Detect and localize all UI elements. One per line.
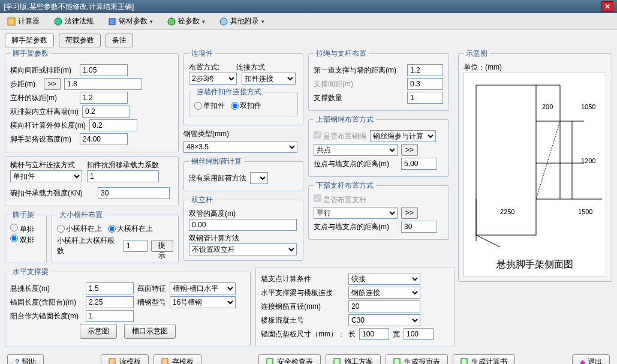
first-input[interactable] [407,64,443,76]
safety-button[interactable]: 安全检查表 [258,354,321,364]
toprope-check: 是否布置钢绳 [314,131,366,142]
topmode-more-button[interactable]: >> [401,144,418,156]
conn-label: 横杆与立杆连接方式 [10,160,82,170]
first-label: 第一道支撑与墙的距离(m) [314,65,404,76]
wid-label: 宽 [393,329,400,339]
lashing-legend: 拉绳与支杆布置 [314,49,369,59]
tab-scaffold[interactable]: 脚手架参数 [5,34,54,47]
hgap-input[interactable] [80,64,128,76]
file-read-icon [109,358,117,365]
hint-button[interactable]: 提示 [151,240,173,252]
report-button[interactable]: 生成报审表 [386,354,448,364]
dia-input[interactable] [348,300,420,312]
other-button[interactable]: 其他附录▾ [216,15,268,28]
wid-input[interactable] [404,328,434,340]
kj-label: 扣件抗滑移承载力系数 [87,160,159,170]
wconn-select[interactable]: 钢筋连接 [348,287,420,299]
topmode-select[interactable]: 共点 [314,144,398,156]
window-titlebar: [学习版,某些参数不能修改,计算结果正确] ✕ [0,0,617,13]
main-toolbar: 计算器 法律法规 钢材参数▾ 砼参数▾ 其他附录▾ [0,13,617,30]
botmode-select[interactable]: 平行 [314,207,398,219]
topdist-input[interactable] [401,158,437,170]
exit-button[interactable]: ◆退出 [572,354,610,364]
top-rope-group: 上部钢绳布置方式 是否布置钢绳钢丝绳参与计算 共点>> 拉点与墙支点的距离(m) [308,115,449,177]
calculator-label: 计算器 [18,16,40,26]
report-icon [393,358,402,365]
read-template-button[interactable]: 读模板 [101,354,149,364]
toprope-sel[interactable]: 钢丝绳参与计算 [370,130,436,142]
spinner-input[interactable] [82,106,130,118]
botdist-input[interactable] [401,221,437,233]
help-icon: ? [15,358,19,365]
anchor-input[interactable] [86,296,134,308]
step-input[interactable] [64,78,142,90]
layout-select[interactable]: 2步3跨 [189,73,237,85]
model-select[interactable]: 16号槽钢 [170,296,236,308]
law-button[interactable]: 法律法规 [50,15,97,28]
svg-rect-17 [267,359,273,365]
sect-select[interactable]: 槽钢-槽口水平 [170,282,236,294]
save-template-button[interactable]: 存模板 [154,354,201,364]
hgext-input[interactable] [89,119,137,131]
dim-1200: 1200 [581,157,595,164]
plan-button[interactable]: 施工方案 [326,354,381,364]
wall-group: 连墙件 布置方式:连接方式 2步3跨扣件连接 连墙件扣件连接方式 单扣件 双扣件 [183,49,303,125]
botmode-more-button[interactable]: >> [401,207,418,219]
conn-select[interactable]: 单扣件 [10,170,82,182]
calculator-button[interactable]: 计算器 [4,15,43,28]
cond-select[interactable]: 铰接 [348,273,420,285]
botstrut-check: 是否布置支杆 [314,195,366,204]
conn-group: 横杆与立杆连接方式 单扣件 扣件抗滑移承载力系数 碗扣件承载力强度(KN) [5,156,179,206]
dhgs-radio[interactable]: 大横杆在上 [108,224,153,234]
dia-label: 连接钢筋直径(mm) [261,302,345,312]
close-button[interactable]: ✕ [601,1,613,12]
svg-line-13 [476,235,500,247]
balc-input[interactable] [86,310,134,322]
concrete-icon [167,17,176,26]
steel-button[interactable]: 钢材参数▾ [104,15,156,28]
single-kj-radio[interactable]: 单扣件 [194,101,225,111]
pipe-select[interactable]: 48×3.5 [183,141,297,153]
lgzj-input[interactable] [80,92,128,104]
height-input[interactable] [80,133,128,145]
svg-rect-19 [394,359,400,365]
diagram-button[interactable]: 示意图 [80,324,117,339]
svg-rect-18 [334,359,340,365]
exit-icon: ◆ [580,358,585,365]
kj-input[interactable] [87,170,159,182]
cant-input[interactable] [86,282,134,294]
xhgsdhg-input[interactable] [124,240,148,252]
xhgs-radio[interactable]: 小横杆在上 [57,224,102,234]
tab-load[interactable]: 荷载参数 [59,34,101,47]
wire-select[interactable] [250,172,268,184]
svg-point-1 [55,18,62,25]
double-kj-radio[interactable]: 双扣件 [231,101,261,111]
bowl-input[interactable] [98,187,170,199]
wire-text: 没有采用卸荷方法 [189,173,246,183]
kjtype-legend: 连墙件扣件连接方式 [194,87,264,97]
wl-label: 布置方式: [189,63,219,71]
count-label: 支撑数量 [314,93,404,103]
dblh-input[interactable] [189,219,297,231]
count-input[interactable] [407,92,443,104]
len-input[interactable] [359,328,389,340]
calcbook-button[interactable]: 生成计算书 [453,354,515,364]
xhgsdhg-label: 小横杆上大横杆根数 [57,236,120,256]
conntype-select[interactable]: 扣件连接 [242,73,296,85]
double-row-radio[interactable]: 双排 [10,236,34,244]
chevron-down-icon: ▾ [202,19,205,25]
conc-label: 楼板混凝土号 [261,315,345,326]
kjtype-group: 连墙件扣件连接方式 单扣件 双扣件 [189,87,298,116]
step-more-button[interactable]: >> [44,78,61,90]
toprope-legend: 上部钢绳布置方式 [314,115,376,125]
concrete-button[interactable]: 砼参数▾ [164,15,209,28]
slot-diagram-button[interactable]: 槽口示意图 [124,324,176,339]
single-row-radio[interactable]: 单排 [10,225,34,233]
lgzj-label: 立杆的纵距(m) [10,93,76,103]
tab-note[interactable]: 备注 [106,34,133,47]
dblm-label: 双钢管计算方法 [189,233,298,243]
conc-select[interactable]: C30 [348,314,420,326]
dblm-select[interactable]: 不设置双立杆 [189,243,297,255]
spinner-label: 双排架内立杆离墙(m) [10,107,79,117]
help-button[interactable]: ?帮助 [7,354,44,364]
